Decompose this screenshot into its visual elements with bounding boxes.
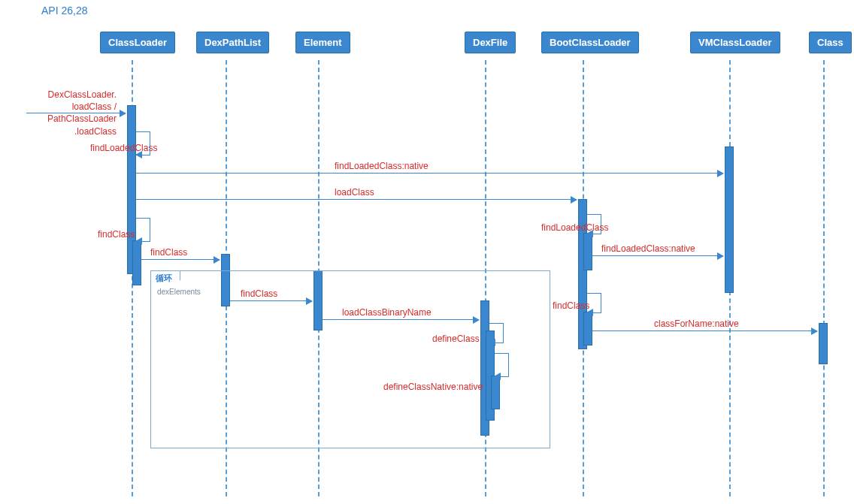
label-bcl-findloadedclass-native: findLoadedClass:native <box>601 243 695 254</box>
label-dpl-findclass: findClass <box>241 288 277 299</box>
note-l4: .loadClass <box>74 126 117 137</box>
label-loadclass: loadClass <box>335 187 374 198</box>
arrow-dpl-to-element <box>230 300 312 301</box>
label-classforname: classForName:native <box>654 318 739 329</box>
arrow-cl-to-dpl <box>141 259 220 260</box>
arrow-bcl-to-vm <box>592 255 723 256</box>
participant-class: Class <box>809 32 852 53</box>
arrow-external-to-classloader <box>26 113 126 113</box>
participant-classloader: ClassLoader <box>100 32 175 53</box>
participant-element: Element <box>295 32 350 53</box>
label-bcl-findloadedclass: findLoadedClass <box>541 222 608 233</box>
activation-class <box>819 323 828 364</box>
loop-operator: 循环 <box>150 270 180 286</box>
activation-vmclassloader <box>725 146 734 293</box>
activation-bootclassloader-findclass <box>583 312 592 346</box>
self-df-defineclass <box>489 323 504 343</box>
note-l2: loadClass / <box>72 101 117 112</box>
loop-guard: dexElements <box>157 288 201 296</box>
label-bcl-findclass: findClass <box>553 300 589 311</box>
arrow-bcl-to-class <box>592 330 817 331</box>
note-l3: PathClassLoader <box>47 113 117 124</box>
self-df-defineclassnative <box>495 353 509 377</box>
arrow-el-to-df <box>323 319 479 320</box>
arrow-cl-to-vm <box>136 173 723 174</box>
participant-vmclassloader: VMClassLoader <box>690 32 780 53</box>
loop-fragment: 循环 dexElements <box>150 270 550 448</box>
arrow-cl-to-bcl <box>136 199 577 200</box>
activation-bootclassloader-find <box>583 233 592 270</box>
participant-dexpathlist: DexPathList <box>196 32 269 53</box>
lifeline-class <box>823 60 825 496</box>
label-loadclassbinaryname: loadClassBinaryName <box>342 307 432 318</box>
note-l1: DexClassLoader. <box>48 89 117 100</box>
participant-dexfile: DexFile <box>465 32 516 53</box>
participant-bootclassloader: BootClassLoader <box>541 32 639 53</box>
label-defineclass: defineClass <box>432 333 480 344</box>
activation-classloader-nested <box>132 240 141 285</box>
label-defineclassnative: defineClassNative:native <box>383 382 483 392</box>
diagram-title: API 26,28 <box>41 5 88 17</box>
label-cl-to-dpl-findclass: findClass <box>150 247 187 258</box>
label-findloadedclass-native: findLoadedClass:native <box>335 161 429 171</box>
label-cl-findclass: findClass <box>98 229 135 240</box>
self-cl-findclass <box>136 218 150 242</box>
self-findloadedclass <box>136 131 150 155</box>
